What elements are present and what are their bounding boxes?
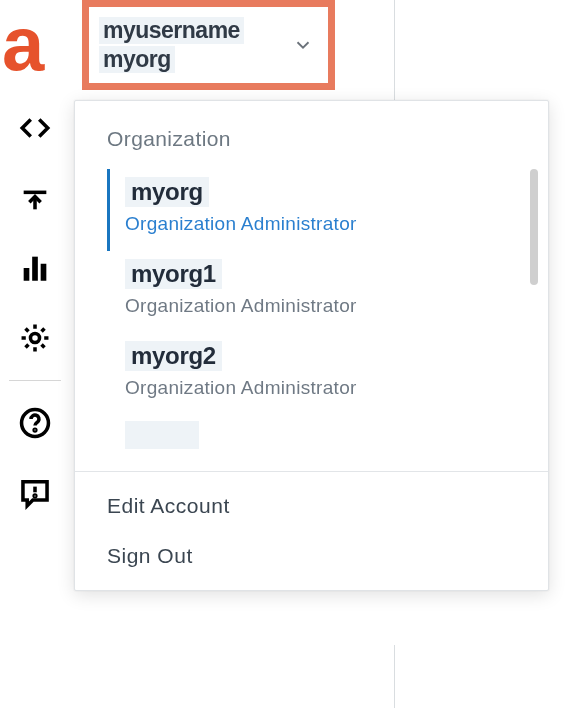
account-switcher[interactable]: myusername myorg — [82, 0, 335, 90]
svg-point-5 — [34, 429, 36, 431]
dropdown-section-title: Organization — [75, 101, 548, 169]
svg-rect-0 — [24, 268, 30, 281]
svg-point-3 — [30, 333, 39, 342]
code-icon[interactable] — [17, 110, 53, 146]
svg-rect-1 — [32, 257, 38, 281]
org-item-partial — [107, 415, 548, 457]
svg-point-7 — [34, 495, 36, 497]
sign-out-link[interactable]: Sign Out — [75, 540, 548, 590]
header-divider — [394, 0, 395, 100]
edit-account-link[interactable]: Edit Account — [75, 472, 548, 540]
org-role: Organization Administrator — [125, 377, 534, 399]
sidebar-nav — [0, 100, 70, 511]
sidebar-divider — [9, 380, 61, 381]
org-item-myorg1[interactable]: myorg1 Organization Administrator — [107, 251, 548, 333]
current-username: myusername — [99, 17, 244, 44]
scrollbar[interactable] — [530, 169, 538, 285]
upload-icon[interactable] — [17, 180, 53, 216]
ghost-block — [125, 421, 199, 449]
svg-rect-2 — [41, 264, 47, 281]
help-icon[interactable] — [17, 405, 53, 441]
feedback-icon[interactable] — [17, 475, 53, 511]
org-name: myorg — [125, 177, 209, 207]
org-role: Organization Administrator — [125, 213, 534, 235]
current-org: myorg — [99, 46, 175, 73]
gear-icon[interactable] — [17, 320, 53, 356]
account-dropdown: Organization myorg Organization Administ… — [74, 100, 549, 591]
chevron-down-icon — [292, 34, 318, 56]
org-name: myorg1 — [125, 259, 222, 289]
org-role: Organization Administrator — [125, 295, 534, 317]
header-divider-bottom — [394, 645, 395, 708]
logo: a — [2, 6, 44, 82]
chart-icon[interactable] — [17, 250, 53, 286]
account-switcher-text: myusername myorg — [99, 17, 292, 73]
org-list: myorg Organization Administrator myorg1 … — [75, 169, 548, 471]
org-name: myorg2 — [125, 341, 222, 371]
org-item-myorg[interactable]: myorg Organization Administrator — [107, 169, 548, 251]
org-item-myorg2[interactable]: myorg2 Organization Administrator — [107, 333, 548, 415]
